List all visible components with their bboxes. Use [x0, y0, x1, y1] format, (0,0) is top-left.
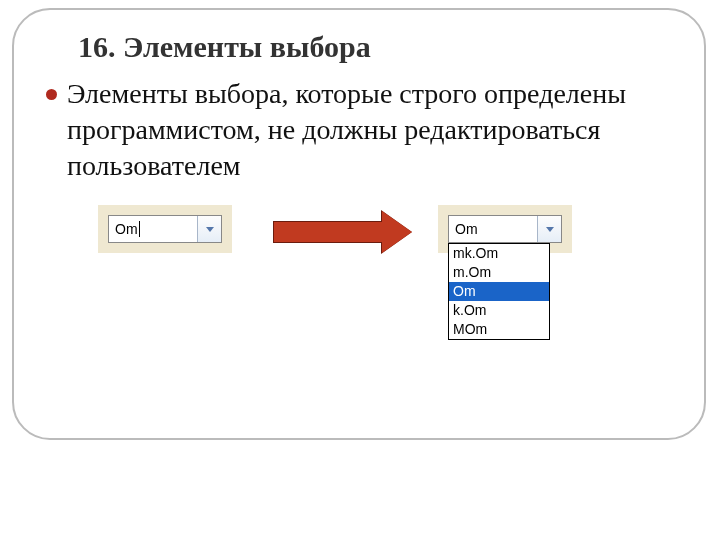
- combobox-input[interactable]: Om: [109, 216, 197, 242]
- combobox-control[interactable]: Om: [448, 215, 562, 243]
- dropdown-option[interactable]: MOm: [449, 320, 549, 339]
- chevron-down-icon: [206, 227, 214, 232]
- chevron-down-icon: [546, 227, 554, 232]
- combobox-control[interactable]: Om: [108, 215, 222, 243]
- combobox-value: Om: [115, 221, 138, 237]
- dropdown-list[interactable]: mk.Om m.Om Om k.Om MOm: [448, 243, 550, 339]
- diagram: Om Om mk.Om m.Om Om: [98, 205, 676, 375]
- slide-title: 16. Элементы выбора: [78, 30, 676, 64]
- dropdown-option[interactable]: k.Om: [449, 301, 549, 320]
- bullet-item: Элементы выбора, которые строго определе…: [46, 76, 666, 183]
- dropdown-option-selected[interactable]: Om: [449, 282, 549, 301]
- combobox-display[interactable]: Om: [449, 216, 537, 242]
- text-caret: [139, 221, 140, 237]
- bullet-icon: [46, 89, 57, 100]
- slide-frame: 16. Элементы выбора Элементы выбора, кот…: [12, 8, 706, 440]
- dropdown-option[interactable]: m.Om: [449, 263, 549, 282]
- dropdown-button[interactable]: [537, 216, 561, 242]
- bullet-text: Элементы выбора, которые строго определе…: [67, 76, 666, 183]
- dropdown-option[interactable]: mk.Om: [449, 244, 549, 263]
- arrow-right-icon: [273, 211, 413, 253]
- combobox-editable: Om: [98, 205, 232, 253]
- combobox-value: Om: [455, 221, 478, 237]
- dropdown-button[interactable]: [197, 216, 221, 242]
